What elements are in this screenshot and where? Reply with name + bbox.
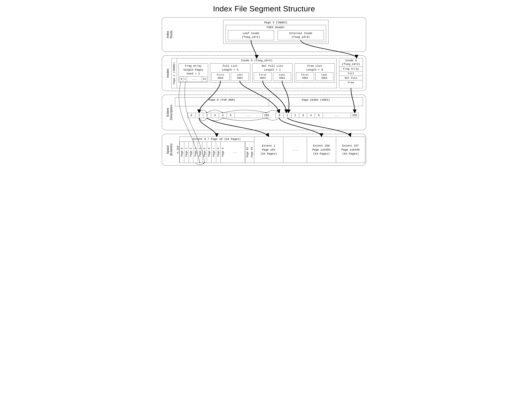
page-2: Page 2 bbox=[189, 142, 193, 163]
frag-slot-31: 31 bbox=[202, 76, 207, 82]
fseg-header-title: FSEG Header bbox=[226, 25, 326, 30]
extent-1: Extent 1Page ≥64(64 Pages) bbox=[254, 137, 283, 163]
free-list-title: Free ListLength = 0 bbox=[295, 64, 335, 72]
xdes-a-ellipsis: ... bbox=[235, 113, 263, 118]
xdes-b-5: 5 bbox=[315, 113, 323, 118]
xdes-a-1: 1 bbox=[195, 113, 203, 118]
page-4: Page 4 bbox=[198, 142, 202, 163]
frag-slot-1: 1 bbox=[183, 76, 187, 82]
notfull-first-xdes: FirstXDES bbox=[254, 72, 272, 81]
frag-array-line: Used = 2 bbox=[180, 72, 207, 76]
not-full-list-title: Not Full ListLength = 1 bbox=[252, 64, 292, 72]
extent-257: Extent 257Page ≥16448(64 Pages) bbox=[336, 137, 365, 163]
inode6-full: Full bbox=[339, 71, 363, 76]
file-label: A.ibd bbox=[175, 146, 179, 154]
page-ellipsis: ... bbox=[225, 142, 245, 163]
extent-0-title: Extent 0 / Page ≥0 (64 Pages) bbox=[180, 137, 254, 142]
page-5: Page 5 bbox=[202, 142, 207, 163]
page-8: Page 8 bbox=[216, 142, 220, 163]
not-full-list: Not Full ListLength = 1 FirstXDES LastXD… bbox=[252, 63, 293, 83]
page-3-index: Page 3 (INDEX) FSEG Header Leaf Inode(fs… bbox=[223, 20, 328, 44]
frag-array-line: Single Pages bbox=[180, 68, 207, 72]
full-list-title: Full ListLength = 5 bbox=[210, 64, 250, 72]
page-2-inode-label: Page 2 (INODE) bbox=[171, 58, 177, 88]
section-label-space: Space(Extents) bbox=[165, 143, 173, 156]
inode-6: Inode 6(fseg_id=3) Frag Array Full Not F… bbox=[339, 58, 363, 88]
section-label-xdes: ExtentDescriptors bbox=[165, 104, 173, 120]
leaf-inode-ref: Leaf Inode(fseg_id=2) bbox=[228, 30, 274, 40]
section-extent-descriptors: ExtentDescriptors Page 0 (FSP_HDR) Page … bbox=[162, 95, 366, 130]
xdes-b-0: 0 bbox=[276, 113, 283, 118]
inode-6-title: Inode 6(fseg_id=3) bbox=[339, 58, 363, 67]
xdes-a-255: 255 bbox=[263, 113, 270, 118]
page-3-title: Page 3 (INDEX) bbox=[223, 20, 328, 25]
full-list: Full ListLength = 5 FirstXDES LastXDES bbox=[210, 63, 250, 83]
free-list: Free ListLength = 0 FirstXDES LastXDES bbox=[295, 63, 335, 83]
free-first-xdes: FirstXDES bbox=[296, 72, 314, 81]
section-inodes: Inodes Page 2 (INODE) Inode 5 (fseg_id=2… bbox=[162, 55, 366, 91]
xdes-a-3: 3 bbox=[211, 113, 219, 118]
inode6-free: Free bbox=[339, 80, 363, 85]
extent-256: Extent 256Page ≥16384(64 Pages) bbox=[307, 137, 336, 163]
inode6-frag: Frag Array bbox=[339, 67, 363, 71]
inode-5: Inode 5 (fseg_id=2) Frag Array Single Pa… bbox=[177, 58, 337, 88]
internal-inode-ref: Internal Inode(fseg_id=3) bbox=[278, 30, 324, 40]
page-16384-xdes: Page 16384 (XDES) bbox=[269, 97, 363, 106]
frag-array: Frag Array Single Pages Used = 2 0 1 ...… bbox=[179, 63, 208, 83]
notfull-last-xdes: LastXDES bbox=[273, 72, 291, 81]
section-label-index-roots: IndexRoots bbox=[165, 30, 173, 39]
extent-ellipsis: ... bbox=[283, 137, 307, 163]
xdes-a-5: 5 bbox=[227, 113, 235, 118]
xdes-a-2: 2 bbox=[203, 113, 211, 118]
section-label-inodes: Inodes bbox=[165, 68, 169, 78]
page-1: Page 1 bbox=[184, 142, 189, 163]
page-0-fsp-hdr: Page 0 (FSP_HDR) bbox=[175, 97, 269, 106]
diagram-title: Index File Segment Structure bbox=[162, 4, 366, 13]
full-last-xdes: LastXDES bbox=[231, 72, 249, 81]
page-3: Page 3 bbox=[193, 142, 198, 163]
inode-5-title: Inode 5 (fseg_id=2) bbox=[177, 58, 336, 63]
full-first-xdes: FirstXDES bbox=[212, 72, 229, 81]
xdes-b-255: 255 bbox=[351, 113, 359, 118]
xdes-b-3: 3 bbox=[299, 113, 307, 118]
section-space-extents: Space(Extents) A.ibd Extent 0 / Page ≥0 … bbox=[162, 134, 366, 166]
free-last-xdes: LastXDES bbox=[315, 72, 333, 81]
page-6: Page 6 bbox=[207, 142, 211, 163]
page-0: Page 0 bbox=[180, 142, 184, 163]
xdes-a-4: 4 bbox=[219, 113, 227, 118]
page-7: Page 7 bbox=[211, 142, 216, 163]
xdes-b-ellipsis: ... bbox=[323, 113, 351, 118]
xdes-a-0: 0 bbox=[187, 113, 195, 118]
extent-0: Extent 0 / Page ≥0 (64 Pages) Page 0 Pag… bbox=[179, 137, 254, 163]
fseg-header: FSEG Header Leaf Inode(fseg_id=2) Intern… bbox=[226, 25, 326, 42]
xdes-b-2: 2 bbox=[291, 113, 299, 118]
frag-slot-ellipsis: ... bbox=[187, 76, 202, 82]
page-63: Page 63 bbox=[250, 142, 254, 163]
page-62: Page 62 bbox=[245, 142, 250, 163]
frag-slot-0: 0 bbox=[180, 76, 183, 82]
section-index-roots: IndexRoots Page 3 (INDEX) FSEG Header Le… bbox=[162, 17, 366, 52]
page-9: Page 9 bbox=[220, 142, 225, 163]
inode6-notfull: Not Full bbox=[339, 76, 363, 80]
xdes-b-4: 4 bbox=[307, 113, 315, 118]
frag-array-line: Frag Array bbox=[180, 64, 207, 68]
xdes-b-1: 1 bbox=[283, 113, 291, 118]
